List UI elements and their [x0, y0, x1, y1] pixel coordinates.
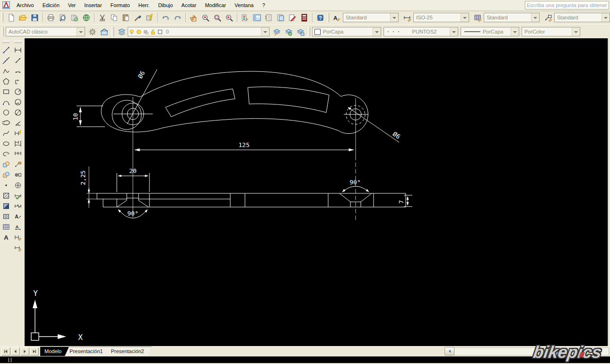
workspace-settings-gear-icon[interactable] [87, 26, 98, 38]
dim-aligned-icon[interactable] [13, 55, 23, 66]
swatch-white-icon[interactable] [157, 28, 164, 35]
properties-icon[interactable] [239, 12, 251, 24]
chevron-down-icon[interactable] [450, 27, 458, 36]
toolbar-grip[interactable] [14, 41, 22, 43]
menu-insertar[interactable]: Insertar [80, 0, 106, 10]
menu--[interactable]: ? [258, 0, 269, 10]
ellipse-icon[interactable] [1, 139, 11, 149]
tolerance-icon[interactable]: 1 [13, 170, 23, 180]
chevron-down-icon[interactable] [511, 27, 519, 36]
construction-line-icon[interactable] [1, 55, 11, 66]
menu-acotar[interactable]: Acotar [177, 0, 201, 10]
menu-edici-n[interactable]: Edición [38, 0, 64, 10]
zoom-window-icon[interactable] [211, 12, 223, 24]
dim-baseline-icon[interactable] [13, 139, 23, 149]
lock-open-icon[interactable] [149, 28, 157, 35]
sheet-set-manager-icon[interactable] [275, 12, 287, 24]
tab-presentación2[interactable]: Presentación2 [106, 347, 151, 356]
toolbar-grip[interactable] [2, 41, 10, 43]
dim-arc-length-icon[interactable] [13, 66, 23, 76]
menu-modificar[interactable]: Modificar [200, 0, 230, 10]
zoom-realtime-icon[interactable] [200, 12, 211, 24]
dim-continue-icon[interactable] [13, 149, 23, 159]
dim-edit-icon[interactable]: A [13, 211, 23, 222]
chevron-down-icon[interactable] [373, 27, 381, 36]
revcloud-icon[interactable] [1, 118, 11, 128]
hatch-icon[interactable] [1, 191, 11, 201]
paste-icon[interactable] [120, 12, 132, 24]
plotgear-icon[interactable] [142, 28, 149, 35]
chevron-down-icon[interactable] [261, 27, 269, 36]
dim-style-icon[interactable] [13, 243, 23, 253]
dim-inspect-icon[interactable] [13, 191, 23, 201]
rectangle-icon[interactable] [1, 87, 11, 97]
redo-icon[interactable] [172, 12, 183, 24]
table-icon[interactable] [1, 222, 11, 232]
menu-ver[interactable]: Ver [64, 0, 80, 10]
dim-style-combo[interactable]: ISO-25 [413, 13, 469, 22]
text-style-icon[interactable]: A [331, 12, 343, 24]
toolbar-grip[interactable] [328, 13, 330, 22]
dim-diameter-icon[interactable] [13, 107, 23, 118]
tabnav-previous-button[interactable] [11, 347, 20, 355]
command-line-strip[interactable] [0, 355, 610, 364]
command-window-grip[interactable] [9, 358, 11, 362]
scroll-left-button[interactable] [444, 347, 454, 355]
plot-preview-icon[interactable] [57, 12, 69, 24]
quickcalc-icon[interactable] [298, 12, 310, 24]
polyline-icon[interactable] [1, 66, 11, 76]
toolbar-grip[interactable] [1, 27, 4, 36]
quick-leader-icon[interactable] [13, 159, 23, 170]
menu-dibujo[interactable]: Dibujo [154, 0, 177, 10]
chevron-down-icon[interactable] [601, 13, 610, 22]
dim-linear-icon[interactable] [13, 45, 23, 55]
open-icon[interactable] [17, 12, 29, 24]
designcenter-icon[interactable] [251, 12, 263, 24]
polygon-icon[interactable] [1, 76, 11, 87]
tool-palettes-icon[interactable] [263, 12, 275, 24]
circle-icon[interactable] [1, 107, 11, 118]
make-block-icon[interactable] [1, 170, 11, 180]
dim-quick-icon[interactable] [13, 128, 23, 139]
table-style-combo[interactable]: Standard [484, 13, 540, 22]
table-style-icon[interactable] [472, 12, 484, 24]
line-icon[interactable] [1, 45, 11, 55]
help-icon[interactable]: ? [314, 12, 326, 24]
bulb-icon[interactable] [128, 28, 135, 35]
dim-jogged-linear-icon[interactable] [13, 201, 23, 211]
text-style-combo[interactable]: Standard [343, 13, 399, 22]
model-space-canvas[interactable]: 125 10 Ø6 Ø6 20 2,25 90° 90° 7 Y X [25, 38, 608, 346]
dim-ordinate-icon[interactable] [13, 76, 23, 87]
markup-set-manager-icon[interactable] [287, 12, 298, 24]
menu-ventana[interactable]: Ventana [230, 0, 258, 10]
menu-formato[interactable]: Formato [106, 0, 134, 10]
tabnav-next-button[interactable] [20, 347, 29, 355]
menu-archivo[interactable]: Archivo [12, 0, 38, 10]
pan-icon[interactable] [188, 12, 200, 24]
plot-icon[interactable] [45, 12, 57, 24]
chevron-down-icon[interactable] [77, 27, 85, 36]
help-search-input[interactable] [525, 1, 609, 9]
chevron-down-icon[interactable] [572, 27, 580, 36]
match-properties-icon[interactable] [132, 12, 144, 24]
dim-jogged-icon[interactable] [13, 97, 23, 107]
layer-combo[interactable]: 0 [128, 27, 270, 36]
gradient-icon[interactable] [1, 201, 11, 211]
region-icon[interactable] [1, 211, 11, 222]
lineweight-combo[interactable]: PorCapa [461, 27, 519, 36]
center-mark-icon[interactable] [13, 180, 23, 191]
dim-text-edit-icon[interactable]: A [13, 222, 23, 232]
dim-angular-icon[interactable] [13, 118, 23, 128]
dim-radius-icon[interactable] [13, 87, 23, 97]
chevron-down-icon[interactable] [390, 13, 398, 22]
workspace-combo[interactable]: AutoCAD clásico [6, 27, 85, 36]
tabnav-last-button[interactable] [30, 347, 39, 355]
tab-presentación1[interactable]: Presentación1 [65, 347, 110, 356]
arc-icon[interactable] [1, 97, 11, 107]
sun-icon[interactable] [135, 28, 142, 35]
layer-previous-icon[interactable] [271, 26, 283, 38]
color-combo[interactable]: PorCapa [312, 27, 381, 36]
multileader-style-icon[interactable] [542, 12, 554, 24]
linetype-combo[interactable]: PUNTOS2 [383, 27, 458, 36]
save-icon[interactable] [29, 12, 41, 24]
